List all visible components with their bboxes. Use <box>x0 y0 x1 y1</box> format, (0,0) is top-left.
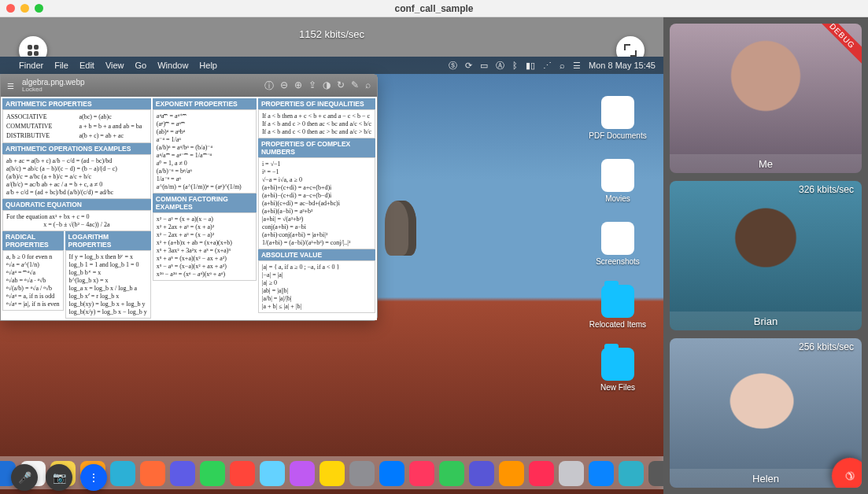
close-window-icon[interactable] <box>6 4 15 13</box>
shared-desktop: Finder File Edit View Go Window Help ⓢ ⟳… <box>0 57 663 494</box>
section-header: LOGARITHM PROPERTIES <box>65 231 151 250</box>
sync-icon[interactable]: ⟳ <box>465 61 472 71</box>
mic-icon: 🎤 <box>18 472 31 483</box>
formula-block: i = √−1i² = −1√−a = i√a, a ≥ 0(a+bi)+(c+… <box>258 157 375 249</box>
preview-title: algebra.png.webp Locked <box>22 79 85 93</box>
preview-toolbar: ☰ algebra.png.webp Locked ⓘ ⊖ ⊕ ⇪ ◑ ↻ ✎ … <box>1 75 377 97</box>
formula-block: If a < b then a + c < b + c and a − c < … <box>258 109 375 138</box>
desktop-icon-label: PDF Documents <box>589 131 646 140</box>
grid-icon <box>28 45 39 56</box>
screen-share-area: 1152 kbits/sec Finder File Edit View Go … <box>0 17 663 494</box>
menubar-item-go[interactable]: Go <box>135 61 147 70</box>
document-icon <box>601 222 634 255</box>
desktop-icon[interactable]: New Files <box>586 348 649 392</box>
desktop-icon-label: New Files <box>600 383 635 392</box>
menubar-right: ⓢ ⟳ ▭ Ⓐ ᛒ ▮▯ ⋰ ⌕ ☰ Mon 8 May 15:45 <box>449 60 656 72</box>
call-controls: 🎤 📷 ⋮ <box>0 461 663 494</box>
markup-icon[interactable]: ✎ <box>351 79 359 93</box>
section-header: QUADRATIC EQUATION <box>2 199 151 210</box>
camera-button[interactable]: 📷 <box>46 464 72 491</box>
formula-block: ab + ac = a(b + c) a/b − c/d = (ad − bc)… <box>2 154 151 199</box>
section-header: ARITHMETIC PROPERTIES <box>2 98 151 109</box>
display-icon[interactable]: ▭ <box>480 61 488 71</box>
section-header: PROPERTIES OF COMPLEX NUMBERS <box>258 138 375 157</box>
phone-icon: ✆ <box>843 469 857 483</box>
input-icon[interactable]: ⓢ <box>449 60 457 72</box>
mute-button[interactable]: 🎤 <box>11 464 38 491</box>
participant-video <box>670 24 862 173</box>
share-icon[interactable]: ⇪ <box>308 79 316 93</box>
formula-block: a, b ≥ 0 for even nⁿ√a = a^(1/n)ⁿ√aⁿ = ᵐ… <box>2 250 64 311</box>
document-icon <box>601 96 634 129</box>
desktop-icon-label: Screenshots <box>596 257 640 266</box>
desktop-icon[interactable]: PDF Documents <box>586 96 649 140</box>
app-window-titlebar: conf_call_sample <box>0 0 868 17</box>
zoom-out-icon[interactable]: ⊖ <box>280 79 288 93</box>
share-bitrate: 1152 kbits/sec <box>299 28 364 40</box>
participant-video <box>670 338 862 488</box>
search-icon[interactable]: ⌕ <box>560 61 565 70</box>
rotate-icon[interactable]: ↻ <box>337 79 345 93</box>
participant-tile[interactable]: DEBUG Me <box>670 24 862 173</box>
formula-block: x² − a² = (x + a)(x − a)x² + 2ax + a² = … <box>153 212 257 281</box>
camera-icon: 📷 <box>53 472 66 483</box>
search-icon[interactable]: ⌕ <box>365 79 371 93</box>
participant-video <box>670 181 862 330</box>
desktop-icon[interactable]: Screenshots <box>586 222 649 266</box>
text-input-icon[interactable]: Ⓐ <box>496 60 504 72</box>
window-title: conf_call_sample <box>0 3 868 14</box>
menubar-item-window[interactable]: Window <box>157 61 188 70</box>
participant-name: Brian <box>670 312 862 330</box>
menubar-item-view[interactable]: View <box>105 61 124 70</box>
menubar-item-help[interactable]: Help <box>199 61 217 70</box>
section-header: RADICAL PROPERTIES <box>2 231 64 250</box>
section-header: PROPERTIES OF INEQUALITIES <box>258 98 375 109</box>
participant-name: Me <box>670 154 862 173</box>
preview-status: Locked <box>22 87 85 93</box>
desktop-icon-label: Relocated Items <box>589 320 646 329</box>
menubar-item-edit[interactable]: Edit <box>79 61 94 70</box>
menubar-app[interactable]: Finder <box>19 61 43 70</box>
sidebar-toggle-icon[interactable]: ☰ <box>7 82 14 90</box>
expand-icon <box>624 44 637 57</box>
menubar-item-file[interactable]: File <box>54 61 68 70</box>
minimize-window-icon[interactable] <box>20 4 29 13</box>
formula-block: If y = log_b x then bʸ = xlog_b 1 = 1 an… <box>65 250 151 319</box>
desktop-icon[interactable]: Relocated Items <box>586 285 649 329</box>
formula-block: aⁿaᵐ = aⁿ⁺ᵐ(aⁿ)ᵐ = aⁿᵐ(ab)ⁿ = aⁿbⁿa⁻ⁿ = … <box>153 109 257 194</box>
wallpaper-rock <box>385 201 416 256</box>
control-center-icon[interactable]: ☰ <box>573 61 581 71</box>
participant-tile[interactable]: 256 kbits/sec Helen ✆ <box>670 338 862 488</box>
info-icon[interactable]: ⓘ <box>264 79 274 93</box>
wifi-icon[interactable]: ⋰ <box>543 61 552 71</box>
preview-tool-icons: ⓘ ⊖ ⊕ ⇪ ◑ ↻ ✎ ⌕ <box>264 79 371 93</box>
more-icon: ⋮ <box>88 472 99 483</box>
section-header: ABSOLUTE VALUE <box>258 249 375 260</box>
participant-tile[interactable]: 326 kbits/sec Brian <box>670 181 862 330</box>
participants-sidebar: DEBUG Me 326 kbits/sec Brian 256 kbits/s… <box>663 17 868 494</box>
participant-bitrate: 256 kbits/sec <box>799 341 854 352</box>
preview-window[interactable]: ☰ algebra.png.webp Locked ⓘ ⊖ ⊕ ⇪ ◑ ↻ ✎ … <box>0 74 378 321</box>
section-header: EXPONENT PROPERTIES <box>153 98 257 109</box>
menubar-clock[interactable]: Mon 8 May 15:45 <box>589 61 656 70</box>
zoom-in-icon[interactable]: ⊕ <box>294 79 302 93</box>
desktop-icon-label: Movies <box>605 194 630 203</box>
traffic-lights <box>6 4 43 13</box>
bluetooth-icon[interactable]: ᛒ <box>512 61 518 70</box>
section-header: ARITHMETIC OPERATIONS EXAMPLES <box>2 143 151 154</box>
desktop-icon[interactable]: Movies <box>586 159 649 203</box>
folder-icon <box>601 285 634 318</box>
desktop-icons: PDF Documents Movies Screenshots Relocat… <box>586 96 649 392</box>
formula-block: |a| = { a, if a ≥ 0 ; −a, if a < 0 }|−a|… <box>258 260 375 313</box>
app-body: 1152 kbits/sec Finder File Edit View Go … <box>0 17 868 494</box>
zoom-window-icon[interactable] <box>35 4 43 13</box>
more-options-button[interactable]: ⋮ <box>80 464 107 491</box>
section-header: COMMON FACTORING EXAMPLES <box>153 194 257 212</box>
folder-icon <box>601 348 634 381</box>
formula-block: For the equation ax² + bx + c = 0x = (−b… <box>2 210 151 231</box>
highlight-icon[interactable]: ◑ <box>323 79 331 93</box>
preview-content: ARITHMETIC PROPERTIES ASSOCIATIVEa(bc) =… <box>1 97 377 320</box>
participant-bitrate: 326 kbits/sec <box>799 184 854 195</box>
battery-icon[interactable]: ▮▯ <box>526 61 535 71</box>
document-icon <box>601 159 634 192</box>
